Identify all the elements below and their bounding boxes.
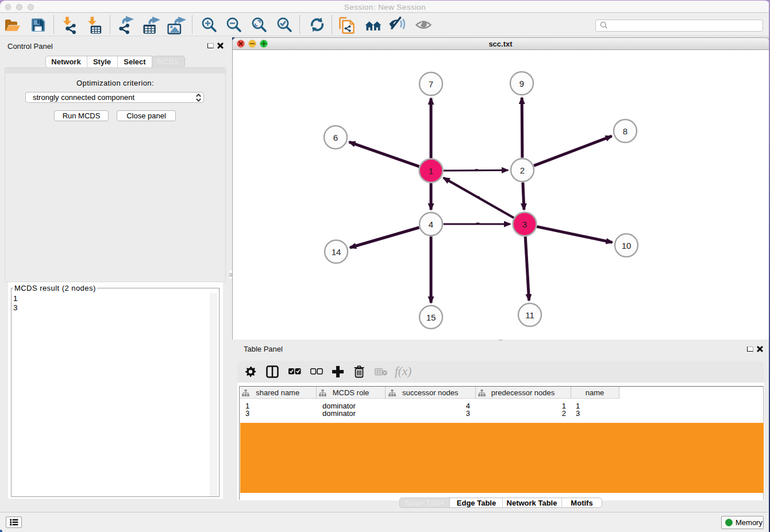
svg-text:15: 15 xyxy=(426,313,436,322)
svg-text:1: 1 xyxy=(429,166,433,176)
svg-text:14: 14 xyxy=(332,247,341,257)
svg-text:4: 4 xyxy=(429,219,433,229)
svg-text:2: 2 xyxy=(520,165,525,175)
svg-text:9: 9 xyxy=(519,79,524,88)
svg-text:6: 6 xyxy=(333,133,338,142)
svg-text:10: 10 xyxy=(622,241,632,250)
svg-text:8: 8 xyxy=(623,126,627,136)
svg-text:3: 3 xyxy=(522,219,527,229)
svg-text:11: 11 xyxy=(525,310,534,320)
svg-text:7: 7 xyxy=(429,79,433,89)
